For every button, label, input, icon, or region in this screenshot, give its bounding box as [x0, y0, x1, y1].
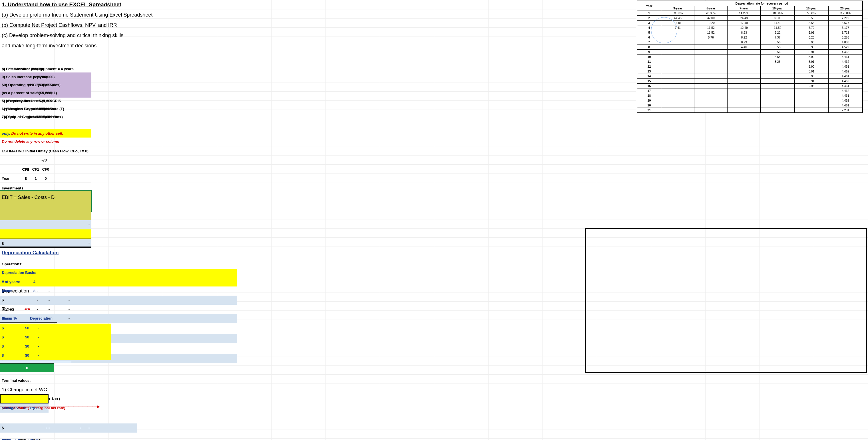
- macrs-cell: 5.90: [795, 64, 829, 69]
- macrs-cell: 6.677: [829, 21, 863, 25]
- macrs-cell: [761, 64, 795, 69]
- macrs-cell: [761, 103, 795, 108]
- title: 1. Understand how to use EXCEL Spreadshe…: [0, 0, 123, 9]
- macrs-cell: [761, 98, 795, 103]
- dep-basis-dash[interactable]: -: [0, 268, 37, 277]
- macrs-cell: 4.461: [829, 83, 863, 89]
- macrs-cell: 3.28: [761, 59, 795, 64]
- macrs-cell: 18.00: [761, 16, 795, 21]
- macrs-cell: [727, 74, 761, 79]
- macrs-cell: [761, 69, 795, 74]
- macrs-cell: 9.50: [795, 16, 829, 21]
- inv-tio-dash: -: [0, 239, 91, 248]
- macrs-cell: 15: [637, 79, 661, 83]
- macrs-cell: 4.461: [829, 64, 863, 69]
- macrs-cell: [727, 98, 761, 103]
- macrs-cell: 5.00%: [795, 11, 829, 16]
- macrs-cell: [727, 83, 761, 89]
- macrs-cell: [694, 74, 727, 79]
- dep-h-dep: Depreciation: [0, 314, 54, 323]
- macrs-table: Year Depreciation rate for recovery peri…: [637, 1, 863, 113]
- neg70[interactable]: -70: [0, 156, 49, 165]
- macrs-cell: 14.29%: [727, 11, 761, 16]
- macrs-cell: 19: [637, 98, 661, 103]
- macrs-cell: 2.95: [795, 83, 829, 89]
- macrs-cell: 11.52: [761, 25, 795, 30]
- dep-d1[interactable]: $0: [0, 324, 54, 333]
- macrs-cell: [761, 93, 795, 98]
- dep-d4[interactable]: $0: [0, 351, 54, 360]
- macrs-cell: 4.46: [727, 45, 761, 49]
- macrs-cell: 14.40: [761, 21, 795, 25]
- pbp-lbl: Payback Period: [0, 436, 31, 440]
- macrs-cell: 14: [637, 74, 661, 79]
- inv-tbc-dash: -: [0, 220, 91, 229]
- macrs-cell: [661, 69, 694, 74]
- macrs-cell: 5.91: [795, 59, 829, 64]
- pncf-cf4[interactable]: $-: [0, 424, 49, 433]
- macrs-cell: 9.22: [761, 30, 795, 35]
- macrs-cell: 6.177: [829, 25, 863, 30]
- macrs-cell: 18: [637, 93, 661, 98]
- macrs-col: 20-year: [829, 6, 863, 11]
- macrs-cell: 8: [637, 45, 661, 49]
- dep-total[interactable]: 0: [0, 363, 54, 372]
- macrs-cell: 24.49: [727, 16, 761, 21]
- macrs-cell: 10.00%: [761, 11, 795, 16]
- macrs-cell: [661, 103, 694, 108]
- macrs-cell: [661, 49, 694, 55]
- macrs-cell: 7.219: [829, 16, 863, 21]
- ebit-cf4[interactable]: $-: [0, 296, 40, 305]
- macrs-cell: 6.55: [761, 45, 795, 49]
- macrs-col: 15-year: [795, 6, 829, 11]
- macrs-cell: [694, 69, 727, 74]
- ebit-formula: EBIT = Sales - Costs - D: [0, 193, 56, 202]
- macrs-cell: [727, 59, 761, 64]
- macrs-cell: [795, 98, 829, 103]
- dep-panel: [585, 228, 867, 373]
- macrs-cell: [694, 59, 727, 64]
- note-dnw: Do not write in any other cell.: [11, 131, 63, 136]
- macrs-h-year: Year: [637, 1, 661, 11]
- macrs-cell: [661, 93, 694, 98]
- macrs-cell: 11.52: [694, 25, 727, 30]
- inv-startup-input[interactable]: [0, 211, 91, 220]
- macrs-cell: [694, 49, 727, 55]
- note-dnd: Do not delete any row or column: [0, 137, 61, 146]
- macrs-cell: [727, 103, 761, 108]
- macrs-col: 3-year: [661, 6, 694, 11]
- inv-nwc-input[interactable]: [0, 229, 91, 239]
- macrs-cell: [661, 64, 694, 69]
- macrs-cell: 5.285: [829, 35, 863, 40]
- macrs-cell: [761, 79, 795, 83]
- macrs-cell: 17: [637, 89, 661, 93]
- macrs-col: 10-year: [761, 6, 795, 11]
- macrs-cell: 6.93: [795, 30, 829, 35]
- macrs-cell: 4.461: [829, 55, 863, 59]
- macrs-cell: 8.55: [795, 21, 829, 25]
- macrs-cell: 5.91: [795, 69, 829, 74]
- macrs-cell: 8.93: [727, 30, 761, 35]
- term-salvage-input[interactable]: [0, 394, 49, 404]
- macrs-cell: [694, 93, 727, 98]
- macrs-cell: 5.91: [795, 49, 829, 55]
- macrs-cell: [761, 89, 795, 93]
- macrs-cell: [727, 64, 761, 69]
- obj-b: (b) Compute Net Project Cashflows, NPV, …: [0, 21, 119, 30]
- macrs-cell: 4.522: [829, 45, 863, 49]
- ass-v13[interactable]: 10%: [0, 112, 46, 122]
- dep-ny-val[interactable]: 4: [0, 277, 37, 286]
- macrs-cell: [795, 108, 829, 113]
- macrs-col: 5-year: [694, 6, 727, 11]
- macrs-cell: 2.231: [829, 108, 863, 113]
- dep-d3[interactable]: $0: [0, 342, 54, 351]
- macrs-cell: 12.49: [727, 25, 761, 30]
- dep-d2[interactable]: $0: [0, 333, 54, 342]
- macrs-cell: 20.00%: [694, 11, 727, 16]
- macrs-h-title: Depreciation rate for recovery period: [661, 1, 863, 6]
- macrs-cell: 8.93: [727, 40, 761, 45]
- cf4-h: CF4: [0, 165, 52, 174]
- macrs-cell: [661, 45, 694, 49]
- macrs-cell: 17.49: [727, 21, 761, 25]
- macrs-cell: 11.52: [694, 30, 727, 35]
